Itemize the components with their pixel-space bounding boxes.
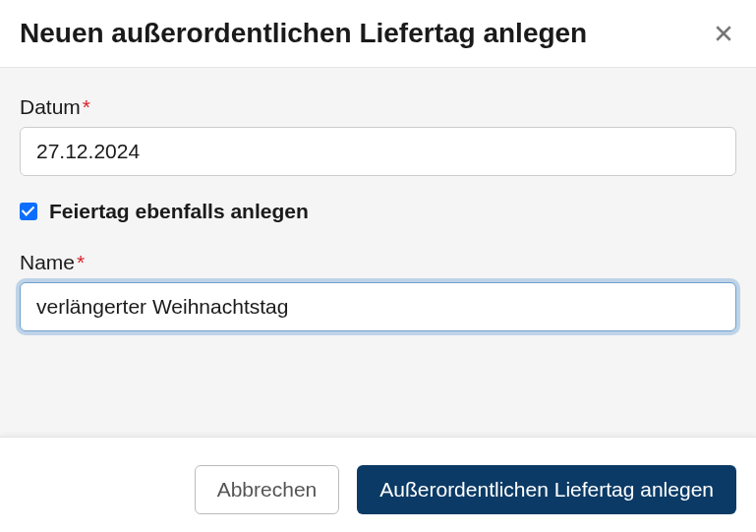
modal-footer: Abbrechen Außerordentlichen Liefertag an… (0, 437, 756, 532)
modal-title: Neuen außerordentlichen Liefertag anlege… (20, 18, 587, 49)
holiday-checkbox[interactable] (20, 203, 37, 220)
close-button[interactable] (711, 21, 736, 46)
date-field-group: Datum* (20, 95, 736, 176)
create-delivery-day-modal: Neuen außerordentlichen Liefertag anlege… (0, 0, 756, 377)
name-label: Name* (20, 251, 736, 274)
submit-button[interactable]: Außerordentlichen Liefertag anlegen (357, 465, 736, 514)
close-icon (715, 25, 732, 42)
modal-body: Datum* Feiertag ebenfalls anlegen Name* (0, 68, 756, 377)
name-input[interactable] (20, 282, 736, 331)
name-label-text: Name (20, 251, 75, 273)
required-mark: * (83, 95, 90, 118)
required-mark: * (77, 251, 85, 273)
holiday-checkbox-label: Feiertag ebenfalls anlegen (49, 200, 309, 223)
name-field-group: Name* (20, 251, 736, 331)
date-input[interactable] (20, 127, 736, 176)
holiday-checkbox-row: Feiertag ebenfalls anlegen (20, 200, 736, 223)
modal-header: Neuen außerordentlichen Liefertag anlege… (0, 0, 756, 68)
date-label: Datum* (20, 95, 736, 119)
date-label-text: Datum (20, 95, 81, 118)
cancel-button[interactable]: Abbrechen (195, 465, 340, 514)
